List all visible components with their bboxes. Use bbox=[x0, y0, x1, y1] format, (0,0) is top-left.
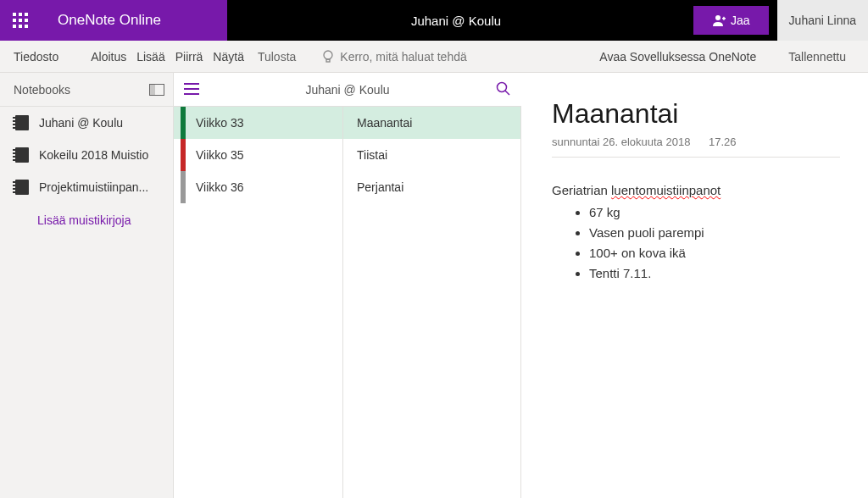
svg-rect-3 bbox=[13, 19, 16, 22]
page-item[interactable]: Tiistai bbox=[343, 139, 520, 171]
mid-header-title: Juhani @ Koulu bbox=[305, 83, 389, 97]
notebook-item[interactable]: Kokeilu 2018 Muistio bbox=[0, 139, 173, 171]
notebooks-header: Notebooks bbox=[14, 83, 70, 97]
search-button[interactable] bbox=[496, 81, 511, 99]
menu-file[interactable]: Tiedosto bbox=[7, 47, 65, 67]
bullet-item: Tentti 7.11. bbox=[589, 263, 843, 284]
document-title: Juhani @ Koulu bbox=[227, 0, 685, 41]
page-item[interactable]: Maanantai bbox=[343, 107, 520, 139]
open-in-desktop[interactable]: Avaa Sovelluksessa OneNote bbox=[586, 47, 770, 67]
notebook-label: Projektimuistiinpan... bbox=[39, 180, 148, 194]
share-label: Jaa bbox=[731, 14, 750, 27]
note-body[interactable]: Geriatrian luentomuistiinpanot 67 kgVase… bbox=[552, 183, 843, 284]
menu-home[interactable]: Aloitus bbox=[87, 47, 130, 67]
panel-toggle[interactable] bbox=[149, 84, 164, 96]
notebook-label: Kokeilu 2018 Muistio bbox=[39, 148, 148, 162]
svg-rect-4 bbox=[19, 19, 22, 22]
person-plus-icon bbox=[712, 14, 726, 27]
page-date-line: sunnuntai 26. elokuuta 2018 17.26 bbox=[552, 136, 840, 158]
notebook-label: Juhani @ Koulu bbox=[39, 116, 123, 130]
section-color-tab bbox=[181, 139, 186, 171]
search-icon bbox=[496, 81, 511, 97]
svg-rect-14 bbox=[184, 83, 199, 85]
svg-rect-20 bbox=[150, 84, 155, 95]
tell-me-input[interactable] bbox=[340, 50, 492, 64]
waffle-icon bbox=[13, 13, 28, 28]
menu-print[interactable]: Tulosta bbox=[251, 47, 303, 67]
notebook-item[interactable]: Projektimuistiinpan... bbox=[0, 171, 173, 203]
share-button[interactable]: Jaa bbox=[692, 4, 771, 36]
svg-rect-6 bbox=[13, 25, 16, 28]
add-notebook-link[interactable]: Lisää muistikirjoja bbox=[0, 203, 173, 237]
section-label: Viikko 36 bbox=[196, 180, 244, 194]
svg-rect-5 bbox=[25, 19, 28, 22]
panel-icon bbox=[149, 84, 164, 96]
svg-rect-13 bbox=[326, 59, 330, 62]
bullet-item: 100+ on kova ikä bbox=[589, 243, 843, 263]
svg-point-17 bbox=[498, 82, 507, 91]
hamburger-icon bbox=[184, 83, 199, 95]
user-name[interactable]: Juhani Linna bbox=[777, 0, 868, 41]
page-date: sunnuntai 26. elokuuta 2018 bbox=[552, 136, 690, 148]
nav-toggle[interactable] bbox=[184, 83, 199, 97]
svg-rect-7 bbox=[19, 25, 22, 28]
notebook-item[interactable]: Juhani @ Koulu bbox=[0, 107, 173, 139]
svg-rect-11 bbox=[723, 17, 725, 20]
svg-rect-16 bbox=[184, 93, 199, 95]
section-color-tab bbox=[181, 171, 186, 203]
svg-rect-8 bbox=[25, 25, 28, 28]
section-item[interactable]: Viikko 35 bbox=[174, 139, 342, 171]
saved-status: Tallennettu bbox=[773, 47, 861, 67]
notebook-icon bbox=[15, 180, 29, 195]
svg-rect-0 bbox=[13, 13, 16, 16]
section-item[interactable]: Viikko 33 bbox=[174, 107, 342, 139]
app-launcher[interactable] bbox=[0, 0, 41, 41]
page-label: Tiistai bbox=[357, 148, 387, 162]
page-item[interactable]: Perjantai bbox=[343, 171, 520, 203]
svg-point-9 bbox=[715, 15, 721, 20]
svg-line-18 bbox=[505, 91, 509, 95]
svg-rect-15 bbox=[184, 88, 199, 90]
note-heading: Geriatrian luentomuistiinpanot bbox=[552, 183, 843, 197]
section-color-tab bbox=[181, 107, 186, 139]
svg-rect-2 bbox=[25, 13, 28, 16]
page-title[interactable]: Maanantai bbox=[552, 98, 843, 130]
svg-point-12 bbox=[324, 51, 332, 59]
notebook-icon bbox=[15, 147, 29, 163]
notebook-icon bbox=[15, 115, 29, 130]
menu-draw[interactable]: Piirrä bbox=[172, 47, 207, 67]
svg-rect-1 bbox=[19, 13, 22, 16]
menu-insert[interactable]: Lisää bbox=[133, 47, 168, 67]
page-label: Maanantai bbox=[357, 116, 412, 130]
bullet-item: 67 kg bbox=[589, 202, 843, 223]
section-label: Viikko 35 bbox=[196, 148, 244, 162]
lightbulb-icon bbox=[321, 50, 335, 64]
app-name[interactable]: OneNote Online bbox=[41, 0, 227, 41]
bullet-item: Vasen puoli parempi bbox=[589, 223, 843, 243]
page-label: Perjantai bbox=[357, 180, 403, 194]
section-item[interactable]: Viikko 36 bbox=[174, 171, 342, 203]
section-label: Viikko 33 bbox=[196, 116, 244, 130]
menu-view[interactable]: Näytä bbox=[209, 47, 248, 67]
page-time: 17.26 bbox=[709, 136, 737, 148]
